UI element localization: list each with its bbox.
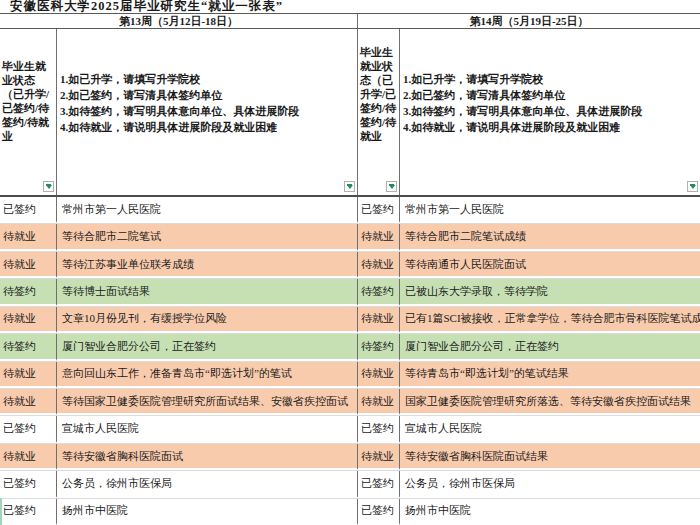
w13-detail-cell[interactable]: 扬州市中医院 (57, 499, 358, 525)
w14-detail-cell[interactable]: 等待南通市人民医院面试 (400, 252, 700, 278)
week13-instructions: 1.如已升学，请填写升学院校 2.如已签约，请写清具体签约单位 3.如待签约，请… (57, 29, 357, 135)
w13-status-cell[interactable]: 待就业 (0, 307, 57, 333)
w14-detail-cell[interactable]: 扬州市中医院 (400, 499, 700, 525)
w14-detail-cell[interactable]: 已被山东大学录取，等待学院 (400, 279, 700, 305)
w14-detail-cell[interactable]: 等待合肥市二院笔试成绩 (400, 224, 700, 250)
filter-bar-icon (46, 184, 51, 186)
w14-status-cell[interactable]: 待就业 (358, 224, 400, 250)
filter-dropdown-icon[interactable] (43, 181, 54, 192)
table-row: 已签约 宣城市人民医院 已签约 宣城市人民医院 (0, 416, 700, 443)
w14-status-cell[interactable]: 已签约 (358, 499, 400, 525)
w13-detail-cell[interactable]: 宣城市人民医院 (57, 416, 358, 442)
w14-status-cell[interactable]: 已签约 (358, 197, 400, 223)
instruction-line: 1.如已升学，请填写升学院校 (403, 71, 698, 87)
table-row: 已签约 常州市第一人民医院 已签约 常州市第一人民医院 (0, 197, 700, 224)
filter-bar-icon (347, 184, 352, 186)
table-row: 待签约 等待博士面试结果 待签约 已被山东大学录取，等待学院 (0, 279, 700, 306)
w13-detail-cell[interactable]: 等待国家卫健委医院管理研究所面试结果、安徽省疾控面试 (57, 389, 358, 415)
w13-status-cell[interactable]: 待就业 (0, 444, 57, 470)
w13-status-cell[interactable]: 已签约 (0, 197, 57, 223)
w14-detail-cell[interactable]: 已有1篇SCI被接收，正常拿学位，等待合肥市骨科医院笔试成绩 (400, 307, 700, 333)
table-row: 待就业 文章10月份见刊，有缓授学位风险 待就业 已有1篇SCI被接收，正常拿学… (0, 307, 700, 334)
w13-status-cell[interactable]: 待签约 (0, 334, 57, 360)
instruction-line: 4.如待就业，请说明具体进展阶段及就业困难 (60, 119, 355, 135)
w13-status-cell[interactable]: 待就业 (0, 389, 57, 415)
instruction-line: 2.如已签约，请写清具体签约单位 (60, 87, 355, 103)
data-rows: 已签约 常州市第一人民医院 已签约 常州市第一人民医院 待就业 等待合肥市二院笔… (0, 197, 700, 525)
w13-status-cell[interactable]: 待就业 (0, 252, 57, 278)
filter-dropdown-icon[interactable] (386, 181, 397, 192)
w14-detail-cell[interactable]: 厦门智业合肥分公司，正在签约 (400, 334, 700, 360)
w13-detail-cell[interactable]: 等待江苏事业单位联考成绩 (57, 252, 358, 278)
w13-detail-cell[interactable]: 厦门智业合肥分公司，正在签约 (57, 334, 358, 360)
w13-detail-cell[interactable]: 意向回山东工作，准备青岛市“即选计划”的笔试 (57, 362, 358, 388)
filter-bar-icon (690, 184, 695, 186)
w14-status-cell[interactable]: 已签约 (358, 416, 400, 442)
w14-status-cell[interactable]: 已签约 (358, 471, 400, 497)
w14-detail-cell[interactable]: 等待青岛市“即选计划”的笔试结果 (400, 362, 700, 388)
w14-status-cell[interactable]: 待就业 (358, 444, 400, 470)
sheet-title[interactable]: 安徽医科大学2025届毕业研究生“就业一张表” (0, 0, 700, 13)
table-row: 待就业 等待国家卫健委医院管理研究所面试结果、安徽省疾控面试 待就业 国家卫健委… (0, 389, 700, 416)
w14-detail-cell[interactable]: 等待安徽省胸科医院面试结果 (400, 444, 700, 470)
table-row: 待签约 厦门智业合肥分公司，正在签约 待签约 厦门智业合肥分公司，正在签约 (0, 334, 700, 361)
instruction-line: 3.如待签约，请写明具体意向单位、具体进展阶段 (60, 103, 355, 119)
column-header-row: 毕业生就业状态（已升学/已签约/待签约/待就业 1.如已升学，请填写升学院校 2… (0, 29, 700, 197)
w13-detail-cell[interactable]: 常州市第一人民医院 (57, 197, 358, 223)
week13-instructions-cell[interactable]: 1.如已升学，请填写升学院校 2.如已签约，请写清具体签约单位 3.如待签约，请… (57, 29, 358, 195)
table-row: 待就业 等待江苏事业单位联考成绩 待就业 等待南通市人民医院面试 (0, 252, 700, 279)
w13-detail-cell[interactable]: 等待安徽省胸科医院面试 (57, 444, 358, 470)
row-selection-mark (0, 498, 2, 525)
instruction-line: 4.如待就业，请说明具体进展阶段及就业困难 (403, 119, 698, 135)
week14-instructions: 1.如已升学，请填写升学院校 2.如已签约，请写清具体签约单位 3.如待签约，请… (400, 29, 700, 135)
week13-status-header-cell[interactable]: 毕业生就业状态（已升学/已签约/待签约/待就业 (0, 29, 57, 195)
w14-detail-cell[interactable]: 国家卫健委医院管理研究所落选、等待安徽省疾控面试结果 (400, 389, 700, 415)
table-row: 待就业 等待合肥市二院笔试 待就业 等待合肥市二院笔试成绩 (0, 224, 700, 251)
w13-status-cell[interactable]: 已签约 (0, 471, 57, 497)
filter-dropdown-icon[interactable] (344, 181, 355, 192)
w14-detail-cell[interactable]: 常州市第一人民医院 (400, 197, 700, 223)
instruction-line: 3.如待签约，请写明具体意向单位、具体进展阶段 (403, 103, 698, 119)
table-row: 已签约 扬州市中医院 已签约 扬州市中医院 (0, 499, 700, 525)
table-row: 待就业 意向回山东工作，准备青岛市“即选计划”的笔试 待就业 等待青岛市“即选计… (0, 362, 700, 389)
w14-status-cell[interactable]: 待签约 (358, 334, 400, 360)
w14-detail-cell[interactable]: 公务员，徐州市医保局 (400, 471, 700, 497)
w13-detail-cell[interactable]: 公务员，徐州市医保局 (57, 471, 358, 497)
instruction-line: 2.如已签约，请写清具体签约单位 (403, 87, 698, 103)
w14-status-cell[interactable]: 待就业 (358, 307, 400, 333)
week14-status-header-cell[interactable]: 毕业生就业状态（已升学/已签约/待签约/待就业 (358, 29, 400, 195)
week14-header-cell[interactable]: 第14周（5月19日-25日） (358, 14, 700, 28)
w14-status-cell[interactable]: 待就业 (358, 389, 400, 415)
week14-status-header-text: 毕业生就业状态（已升学/已签约/待签约/待就业 (358, 29, 399, 143)
w13-status-cell[interactable]: 待签约 (0, 279, 57, 305)
w14-status-cell[interactable]: 待就业 (358, 252, 400, 278)
w13-status-cell[interactable]: 已签约 (0, 499, 57, 525)
w13-status-cell[interactable]: 待就业 (0, 362, 57, 388)
filter-bar-icon (389, 184, 394, 186)
filter-dropdown-icon[interactable] (687, 181, 698, 192)
spreadsheet: 安徽医科大学2025届毕业研究生“就业一张表” 第13周（5月12日-18日） … (0, 0, 700, 525)
week13-status-header-text: 毕业生就业状态（已升学/已签约/待签约/待就业 (0, 29, 56, 143)
w14-status-cell[interactable]: 待就业 (358, 362, 400, 388)
w13-detail-cell[interactable]: 文章10月份见刊，有缓授学位风险 (57, 307, 358, 333)
table-row: 已签约 公务员，徐州市医保局 已签约 公务员，徐州市医保局 (0, 471, 700, 498)
week-header-row: 第13周（5月12日-18日） 第14周（5月19日-25日） (0, 14, 700, 29)
title-row: 安徽医科大学2025届毕业研究生“就业一张表” (0, 0, 700, 14)
week13-header-cell[interactable]: 第13周（5月12日-18日） (0, 14, 358, 28)
w13-detail-cell[interactable]: 等待合肥市二院笔试 (57, 224, 358, 250)
table-row: 待就业 等待安徽省胸科医院面试 待就业 等待安徽省胸科医院面试结果 (0, 444, 700, 471)
w13-detail-cell[interactable]: 等待博士面试结果 (57, 279, 358, 305)
w14-status-cell[interactable]: 待签约 (358, 279, 400, 305)
week14-instructions-cell[interactable]: 1.如已升学，请填写升学院校 2.如已签约，请写清具体签约单位 3.如待签约，请… (400, 29, 700, 195)
w13-status-cell[interactable]: 已签约 (0, 416, 57, 442)
instruction-line: 1.如已升学，请填写升学院校 (60, 71, 355, 87)
w14-detail-cell[interactable]: 宣城市人民医院 (400, 416, 700, 442)
w13-status-cell[interactable]: 待就业 (0, 224, 57, 250)
